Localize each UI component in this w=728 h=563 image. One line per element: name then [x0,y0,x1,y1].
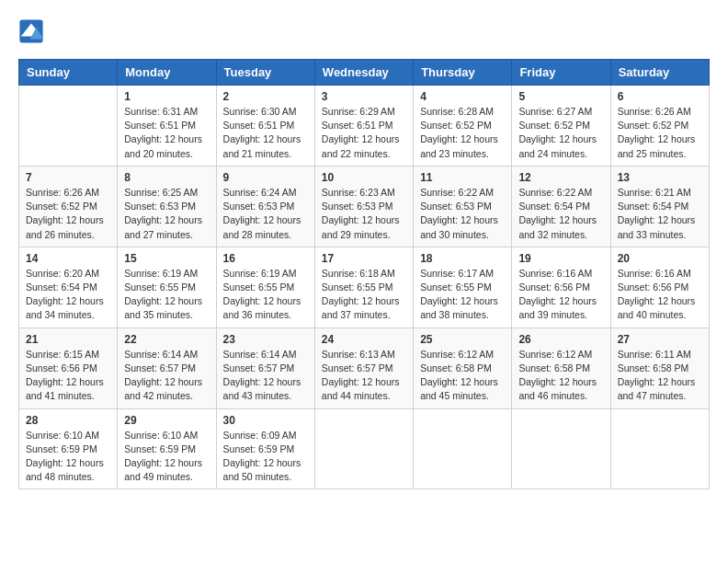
calendar-cell [19,86,118,167]
day-header-sunday: Sunday [19,60,118,86]
day-info: Sunrise: 6:30 AMSunset: 6:51 PMDaylight:… [223,105,308,161]
calendar-table: SundayMondayTuesdayWednesdayThursdayFrid… [18,59,710,489]
day-number: 11 [420,171,505,184]
calendar-cell: 26Sunrise: 6:12 AMSunset: 6:58 PMDayligh… [512,327,610,408]
day-number: 27 [618,333,702,346]
day-info: Sunrise: 6:14 AMSunset: 6:57 PMDaylight:… [223,348,308,404]
day-number: 15 [124,252,209,265]
day-number: 7 [26,171,110,184]
day-info: Sunrise: 6:28 AMSunset: 6:52 PMDaylight:… [420,105,505,161]
calendar-cell: 24Sunrise: 6:13 AMSunset: 6:57 PMDayligh… [314,327,413,408]
day-number: 8 [124,171,209,184]
day-number: 16 [223,252,308,265]
day-number: 29 [124,414,209,427]
day-number: 13 [618,171,702,184]
day-number: 22 [124,333,209,346]
day-info: Sunrise: 6:21 AMSunset: 6:54 PMDaylight:… [618,186,702,242]
day-info: Sunrise: 6:25 AMSunset: 6:53 PMDaylight:… [124,186,209,242]
day-info: Sunrise: 6:12 AMSunset: 6:58 PMDaylight:… [518,348,603,404]
day-info: Sunrise: 6:29 AMSunset: 6:51 PMDaylight:… [322,105,406,161]
day-info: Sunrise: 6:10 AMSunset: 6:59 PMDaylight:… [26,429,110,485]
day-number: 10 [322,171,406,184]
day-header-tuesday: Tuesday [216,60,314,86]
day-info: Sunrise: 6:16 AMSunset: 6:56 PMDaylight:… [518,267,603,323]
calendar-cell: 10Sunrise: 6:23 AMSunset: 6:53 PMDayligh… [314,166,413,247]
day-info: Sunrise: 6:15 AMSunset: 6:56 PMDaylight:… [26,348,110,404]
day-number: 12 [518,171,603,184]
day-info: Sunrise: 6:09 AMSunset: 6:59 PMDaylight:… [223,429,308,485]
calendar-cell: 4Sunrise: 6:28 AMSunset: 6:52 PMDaylight… [414,86,512,167]
day-header-friday: Friday [512,60,610,86]
calendar-header-row: SundayMondayTuesdayWednesdayThursdayFrid… [19,60,710,86]
calendar-cell [512,408,610,489]
day-number: 17 [322,252,406,265]
day-header-thursday: Thursday [414,60,512,86]
day-info: Sunrise: 6:14 AMSunset: 6:57 PMDaylight:… [124,348,209,404]
day-info: Sunrise: 6:23 AMSunset: 6:53 PMDaylight:… [322,186,406,242]
calendar-cell: 29Sunrise: 6:10 AMSunset: 6:59 PMDayligh… [118,408,216,489]
day-header-wednesday: Wednesday [314,60,413,86]
day-number: 30 [223,414,308,427]
day-info: Sunrise: 6:11 AMSunset: 6:58 PMDaylight:… [618,348,702,404]
calendar-cell: 1Sunrise: 6:31 AMSunset: 6:51 PMDaylight… [118,86,216,167]
page-header [18,18,710,44]
calendar-cell: 11Sunrise: 6:22 AMSunset: 6:53 PMDayligh… [414,166,512,247]
calendar-cell: 16Sunrise: 6:19 AMSunset: 6:55 PMDayligh… [216,247,314,327]
day-info: Sunrise: 6:27 AMSunset: 6:52 PMDaylight:… [518,105,603,161]
day-number: 1 [124,90,209,103]
day-info: Sunrise: 6:26 AMSunset: 6:52 PMDaylight:… [618,105,702,161]
calendar-cell: 8Sunrise: 6:25 AMSunset: 6:53 PMDaylight… [118,166,216,247]
day-info: Sunrise: 6:19 AMSunset: 6:55 PMDaylight:… [223,267,308,323]
day-number: 5 [518,90,603,103]
calendar-cell: 25Sunrise: 6:12 AMSunset: 6:58 PMDayligh… [414,327,512,408]
calendar-cell: 22Sunrise: 6:14 AMSunset: 6:57 PMDayligh… [118,327,216,408]
calendar-cell: 7Sunrise: 6:26 AMSunset: 6:52 PMDaylight… [19,166,118,247]
day-info: Sunrise: 6:13 AMSunset: 6:57 PMDaylight:… [322,348,406,404]
day-info: Sunrise: 6:20 AMSunset: 6:54 PMDaylight:… [26,267,110,323]
calendar-cell: 2Sunrise: 6:30 AMSunset: 6:51 PMDaylight… [216,86,314,167]
day-number: 2 [223,90,308,103]
calendar-week-row: 1Sunrise: 6:31 AMSunset: 6:51 PMDaylight… [19,86,710,167]
day-info: Sunrise: 6:17 AMSunset: 6:55 PMDaylight:… [420,267,505,323]
day-info: Sunrise: 6:18 AMSunset: 6:55 PMDaylight:… [322,267,406,323]
calendar-cell: 23Sunrise: 6:14 AMSunset: 6:57 PMDayligh… [216,327,314,408]
calendar-cell: 21Sunrise: 6:15 AMSunset: 6:56 PMDayligh… [19,327,118,408]
calendar-cell: 5Sunrise: 6:27 AMSunset: 6:52 PMDaylight… [512,86,610,167]
calendar-cell: 20Sunrise: 6:16 AMSunset: 6:56 PMDayligh… [610,247,709,327]
calendar-cell: 9Sunrise: 6:24 AMSunset: 6:53 PMDaylight… [216,166,314,247]
calendar-week-row: 28Sunrise: 6:10 AMSunset: 6:59 PMDayligh… [19,408,710,489]
day-info: Sunrise: 6:10 AMSunset: 6:59 PMDaylight:… [124,429,209,485]
day-number: 6 [618,90,702,103]
calendar-cell: 19Sunrise: 6:16 AMSunset: 6:56 PMDayligh… [512,247,610,327]
day-number: 4 [420,90,505,103]
day-number: 18 [420,252,505,265]
calendar-cell: 15Sunrise: 6:19 AMSunset: 6:55 PMDayligh… [118,247,216,327]
calendar-cell: 18Sunrise: 6:17 AMSunset: 6:55 PMDayligh… [414,247,512,327]
calendar-cell: 30Sunrise: 6:09 AMSunset: 6:59 PMDayligh… [216,408,314,489]
day-info: Sunrise: 6:22 AMSunset: 6:53 PMDaylight:… [420,186,505,242]
calendar-week-row: 14Sunrise: 6:20 AMSunset: 6:54 PMDayligh… [19,247,710,327]
day-number: 14 [26,252,110,265]
day-number: 25 [420,333,505,346]
day-info: Sunrise: 6:12 AMSunset: 6:58 PMDaylight:… [420,348,505,404]
calendar-cell: 17Sunrise: 6:18 AMSunset: 6:55 PMDayligh… [314,247,413,327]
calendar-cell: 3Sunrise: 6:29 AMSunset: 6:51 PMDaylight… [314,86,413,167]
day-header-monday: Monday [118,60,216,86]
day-header-saturday: Saturday [610,60,709,86]
calendar-cell [414,408,512,489]
calendar-cell [610,408,709,489]
logo [18,18,48,44]
day-number: 24 [322,333,406,346]
day-number: 28 [26,414,110,427]
logo-icon [18,18,44,44]
calendar-week-row: 21Sunrise: 6:15 AMSunset: 6:56 PMDayligh… [19,327,710,408]
day-info: Sunrise: 6:26 AMSunset: 6:52 PMDaylight:… [26,186,110,242]
day-number: 21 [26,333,110,346]
day-number: 3 [322,90,406,103]
calendar-cell [314,408,413,489]
day-number: 20 [618,252,702,265]
day-info: Sunrise: 6:31 AMSunset: 6:51 PMDaylight:… [124,105,209,161]
day-number: 26 [518,333,603,346]
calendar-cell: 12Sunrise: 6:22 AMSunset: 6:54 PMDayligh… [512,166,610,247]
day-info: Sunrise: 6:22 AMSunset: 6:54 PMDaylight:… [518,186,603,242]
